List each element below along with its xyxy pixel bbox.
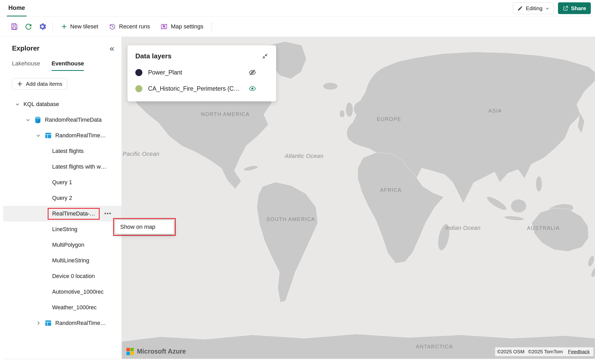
tab-home[interactable]: Home xyxy=(7,0,27,16)
tree-item-label: RandomRealTime… xyxy=(55,320,106,326)
pencil-icon xyxy=(517,5,523,11)
azure-brand-label: Microsoft Azure xyxy=(137,348,186,355)
share-icon xyxy=(563,5,568,11)
share-button[interactable]: Share xyxy=(558,2,591,14)
explorer-tabs: Lakehouse Eventhouse xyxy=(3,60,122,71)
settings-button[interactable] xyxy=(35,20,50,33)
layer-row-power-plant[interactable]: Power_Plant xyxy=(135,64,268,81)
tree-item-kql-database[interactable]: KQL database xyxy=(3,96,122,112)
tree-item-device-0-location[interactable]: Device 0 location xyxy=(3,268,122,284)
tree-item-multilinestring[interactable]: MultiLineString xyxy=(3,253,122,268)
plus-icon xyxy=(17,81,23,87)
tomtom-copyright: ©2025 TomTom xyxy=(528,349,563,355)
plus-icon xyxy=(61,24,67,29)
data-layers-title: Data layers xyxy=(135,52,172,60)
app-window: Home Editing Share xyxy=(0,0,595,364)
refresh-icon xyxy=(25,23,32,30)
top-bar: Home Editing Share xyxy=(0,0,595,17)
feedback-link[interactable]: Feedback xyxy=(567,348,591,355)
chevron-down-icon[interactable] xyxy=(14,102,21,107)
map-label-europe: EUROPE xyxy=(377,116,401,122)
layer-name: CA_Historic_Fire_Perimeters (C… xyxy=(148,85,240,92)
queryset-icon xyxy=(44,319,53,327)
map-label-antarctica: ANTARCTICA xyxy=(416,344,453,350)
show-on-map-label: Show on map xyxy=(120,224,155,230)
tree-item-latest-flights-with-w[interactable]: Latest flights with w… xyxy=(3,159,122,175)
save-button[interactable] xyxy=(7,20,21,33)
editing-mode-button[interactable]: Editing xyxy=(513,2,554,14)
history-icon xyxy=(109,23,116,30)
ribbon-toolbar: New tileset Recent runs Map settings xyxy=(0,17,595,37)
layer-color-swatch xyxy=(135,69,142,76)
map-label-indian-ocean: Indian Ocean xyxy=(445,225,481,231)
share-label: Share xyxy=(571,5,586,11)
tree-item-automotive-1000rec[interactable]: Automotive_1000rec xyxy=(3,284,122,300)
add-data-items-label: Add data items xyxy=(26,81,62,87)
tree-item-label: RandomRealTime… xyxy=(55,132,106,139)
new-tileset-label: New tileset xyxy=(70,23,98,30)
chevron-down-icon[interactable] xyxy=(34,133,42,138)
save-icon xyxy=(10,23,18,30)
visibility-off-icon[interactable] xyxy=(248,69,256,76)
tree-item-multipolygon[interactable]: MultiPolygon xyxy=(3,237,122,253)
new-tileset-button[interactable]: New tileset xyxy=(56,20,104,33)
toolbar-divider xyxy=(212,22,212,31)
layer-color-swatch xyxy=(135,85,142,92)
explorer-tree: KQL database RandomRealTimeData RandomRe… xyxy=(3,96,122,331)
tree-item-queryset-collapsed[interactable]: RandomRealTime… xyxy=(3,315,122,331)
tree-item-randomrealtimedata[interactable]: RandomRealTimeData xyxy=(3,112,122,128)
tree-item-linestring[interactable]: LineString xyxy=(3,221,122,237)
tree-item-realtimedata-selected[interactable]: RealTimeData-… ⋯ xyxy=(3,206,122,221)
map-settings-label: Map settings xyxy=(171,23,203,30)
tree-item-label: RandomRealTimeData xyxy=(45,117,102,123)
map-label-africa: AFRICA xyxy=(380,187,402,193)
gear-icon xyxy=(39,23,46,30)
map-label-pacific-ocean: Pacific Ocean xyxy=(123,151,160,157)
add-data-items-button[interactable]: Add data items xyxy=(12,78,67,90)
map-label-atlantic-ocean: Atlantic Ocean xyxy=(285,153,324,159)
explorer-title: Explorer xyxy=(12,44,40,52)
map-label-north-america: NORTH AMERICA xyxy=(201,111,250,117)
more-options-icon[interactable]: ⋯ xyxy=(104,210,112,217)
map-copyright: ©2025 OSM ©2025 TomTom Feedback xyxy=(495,347,593,356)
tree-item-query-2[interactable]: Query 2 xyxy=(3,190,122,206)
map-label-asia: ASIA xyxy=(488,108,502,114)
map-label-australia: AUSTRALIA xyxy=(527,225,560,231)
map-settings-icon xyxy=(160,23,168,30)
visibility-on-icon[interactable] xyxy=(248,85,256,92)
chevron-down-icon xyxy=(545,6,549,10)
map-settings-button[interactable]: Map settings xyxy=(155,20,209,33)
toolbar-divider xyxy=(53,22,53,31)
explorer-pane: Explorer « Lakehouse Eventhouse Add data… xyxy=(3,37,122,359)
chevron-right-icon[interactable] xyxy=(34,321,42,325)
osm-copyright: ©2025 OSM xyxy=(497,349,525,355)
queryset-icon xyxy=(44,132,53,139)
refresh-button[interactable] xyxy=(21,20,35,33)
tree-item-latest-flights[interactable]: Latest flights xyxy=(3,143,122,159)
context-menu-show-on-map[interactable]: Show on map xyxy=(115,220,174,234)
azure-attribution: Microsoft Azure xyxy=(126,348,186,355)
tab-home-label: Home xyxy=(8,4,25,11)
main-content: Explorer « Lakehouse Eventhouse Add data… xyxy=(0,37,595,359)
map-canvas[interactable]: NORTH AMERICA EUROPE ASIA AFRICA SOUTH A… xyxy=(122,37,595,359)
annotation-red-box: Show on map xyxy=(113,218,176,236)
microsoft-logo-icon xyxy=(126,348,134,355)
topbar-actions: Editing Share xyxy=(513,0,595,16)
annotation-red-box: RealTimeData-… xyxy=(48,208,100,220)
recent-runs-button[interactable]: Recent runs xyxy=(104,20,155,33)
recent-runs-label: Recent runs xyxy=(119,23,150,30)
data-layers-panel: Data layers Power_Plant CA_Historic_Fire… xyxy=(128,45,276,101)
layer-name: Power_Plant xyxy=(148,69,182,76)
tab-eventhouse[interactable]: Eventhouse xyxy=(52,60,84,71)
kql-database-icon xyxy=(33,116,42,124)
collapse-panel-icon[interactable] xyxy=(262,53,268,60)
tree-item-query-1[interactable]: Query 1 xyxy=(3,175,122,190)
tree-item-queryset-expanded[interactable]: RandomRealTime… xyxy=(3,128,122,143)
chevron-down-icon[interactable] xyxy=(24,118,32,122)
tree-item-label: KQL database xyxy=(23,101,59,108)
editing-label: Editing xyxy=(526,5,542,11)
layer-row-ca-historic-fire-perimeters[interactable]: CA_Historic_Fire_Perimeters (C… xyxy=(135,81,268,97)
collapse-pane-icon[interactable]: « xyxy=(110,44,114,52)
tab-lakehouse[interactable]: Lakehouse xyxy=(12,60,40,71)
tree-item-weather-1000rec[interactable]: Weather_1000rec xyxy=(3,300,122,315)
